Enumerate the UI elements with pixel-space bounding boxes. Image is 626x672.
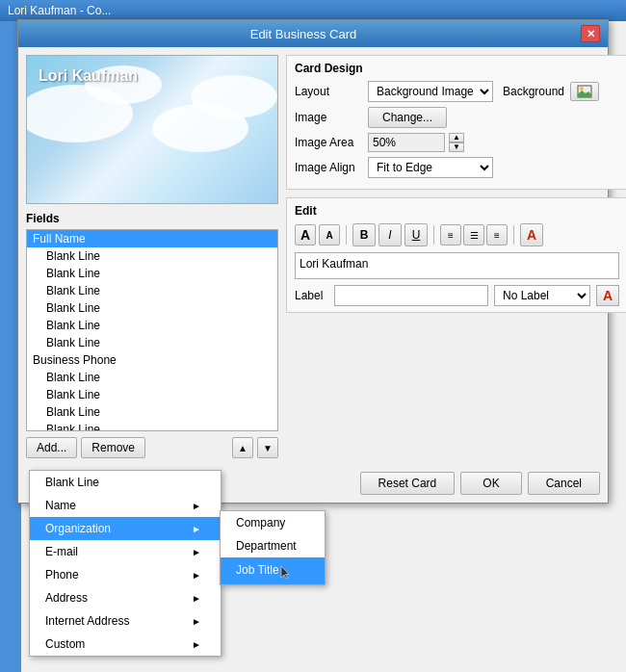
label-input[interactable] xyxy=(334,285,488,306)
card-design-section: Card Design Layout Background Image Text… xyxy=(286,55,626,190)
background-label: Background xyxy=(503,85,564,98)
toolbar-separator-3 xyxy=(513,225,514,245)
card-preview-name: Lori Kaufman xyxy=(39,67,138,85)
image-area-spinner: ▲ ▼ xyxy=(449,133,464,152)
list-item[interactable]: Blank Line xyxy=(27,317,277,334)
add-button[interactable]: Add... xyxy=(26,437,77,458)
change-button[interactable]: Change... xyxy=(368,107,447,128)
label-row: Label No Label Custom Full Name A xyxy=(295,285,619,306)
menu-item-organization[interactable]: Organization ► xyxy=(30,517,221,540)
image-align-select[interactable]: Fit to Edge Stretch Center Tile xyxy=(368,157,493,178)
field-item-business-phone[interactable]: Business Phone xyxy=(27,351,277,369)
menu-item-label: Address xyxy=(45,591,88,605)
label-field-label: Label xyxy=(295,289,328,302)
align-left-button[interactable]: ≡ xyxy=(440,224,461,246)
menu-item-name[interactable]: Name ► xyxy=(30,494,221,517)
ok-button[interactable]: OK xyxy=(460,472,521,495)
submenu-arrow: ► xyxy=(192,524,201,534)
move-down-button[interactable]: ▼ xyxy=(257,437,278,458)
submenu-arrow: ► xyxy=(192,570,201,581)
edit-business-card-dialog: Edit Business Card ✕ Lori Kaufman Fields… xyxy=(17,19,609,504)
menu-item-phone[interactable]: Phone ► xyxy=(30,563,221,586)
menu-item-blank-line[interactable]: Blank Line xyxy=(30,471,221,494)
spin-up-button[interactable]: ▲ xyxy=(449,133,464,142)
menu-item-label: Custom xyxy=(45,637,85,651)
toolbar-separator-1 xyxy=(346,225,347,245)
image-label: Image xyxy=(295,111,362,124)
list-item[interactable]: Blank Line xyxy=(27,403,277,421)
image-align-label: Image Align xyxy=(295,161,362,174)
font-increase-button[interactable]: A xyxy=(295,224,316,246)
menu-item-label: E-mail xyxy=(45,545,78,558)
close-button[interactable]: ✕ xyxy=(581,25,600,42)
list-item[interactable]: Blank Line xyxy=(27,299,277,317)
menu-item-internet-address[interactable]: Internet Address ► xyxy=(30,609,221,633)
image-align-row: Image Align Fit to Edge Stretch Center T… xyxy=(295,157,619,178)
bold-button[interactable]: B xyxy=(352,223,376,246)
image-area-input[interactable] xyxy=(368,133,445,152)
text-color-button[interactable]: A xyxy=(520,223,543,246)
image-area-control: ▲ ▼ xyxy=(368,133,464,152)
edit-section: Edit A A B I U ≡ ☰ ≡ A xyxy=(286,197,626,313)
underline-button[interactable]: U xyxy=(404,223,428,246)
list-item[interactable]: Blank Line xyxy=(27,247,277,265)
menu-item-custom[interactable]: Custom ► xyxy=(30,633,221,656)
edit-title: Edit xyxy=(295,204,619,218)
menu-item-label: Phone xyxy=(45,568,79,582)
organization-submenu: Company Department Job Title xyxy=(220,510,326,585)
image-area-label: Image Area xyxy=(295,136,362,149)
align-right-button[interactable]: ≡ xyxy=(486,224,508,246)
remove-button[interactable]: Remove xyxy=(81,437,145,458)
list-item[interactable]: Blank Line xyxy=(27,421,277,431)
align-buttons: ≡ ☰ ≡ xyxy=(440,224,508,246)
list-item[interactable]: Blank Line xyxy=(27,386,277,403)
italic-button[interactable]: I xyxy=(378,223,402,246)
image-area-row: Image Area ▲ ▼ xyxy=(295,133,619,152)
list-item[interactable]: Blank Line xyxy=(27,282,277,299)
edit-text-area[interactable]: Lori Kaufman xyxy=(295,252,619,279)
cursor-icon xyxy=(279,564,291,582)
submenu-arrow: ► xyxy=(192,616,201,627)
menu-item-address[interactable]: Address ► xyxy=(30,586,221,609)
submenu-item-company[interactable]: Company xyxy=(221,511,325,534)
layout-row: Layout Background Image Text Only Image … xyxy=(295,81,619,102)
label-color-button[interactable]: A xyxy=(596,285,619,306)
align-center-button[interactable]: ☰ xyxy=(463,224,484,246)
background-image-button[interactable] xyxy=(570,82,599,101)
layout-label: Layout xyxy=(295,85,362,98)
app-title: Lori Kaufman - Co... xyxy=(8,4,111,17)
toolbar-separator-2 xyxy=(433,225,434,245)
dialog-body: Lori Kaufman Fields Full Name Blank Line… xyxy=(18,47,608,466)
layout-select[interactable]: Background Image Text Only Image Left Im… xyxy=(368,81,493,102)
dialog-titlebar: Edit Business Card ✕ xyxy=(18,20,608,47)
submenu-arrow: ► xyxy=(192,547,201,557)
menu-item-label: Blank Line xyxy=(45,476,99,489)
card-design-title: Card Design xyxy=(295,62,619,75)
list-item[interactable]: Blank Line xyxy=(27,369,277,386)
no-label-select[interactable]: No Label Custom Full Name xyxy=(494,285,590,306)
submenu-arrow: ► xyxy=(192,593,201,604)
add-context-menu: Blank Line Name ► Organization ► E-mail … xyxy=(29,470,222,657)
edit-text-value: Lori Kaufman xyxy=(300,257,368,271)
right-panel: Card Design Layout Background Image Text… xyxy=(286,55,626,458)
left-panel: Lori Kaufman Fields Full Name Blank Line… xyxy=(26,55,278,458)
cloud-4 xyxy=(191,75,277,118)
image-row: Image Change... xyxy=(295,107,619,128)
fields-buttons: Add... Remove ▲ ▼ xyxy=(26,437,278,458)
move-up-button[interactable]: ▲ xyxy=(232,437,253,458)
list-item[interactable]: Blank Line xyxy=(27,334,277,351)
dialog-title: Edit Business Card xyxy=(26,27,581,41)
fields-list: Full Name Blank Line Blank Line Blank Li… xyxy=(26,229,278,431)
edit-toolbar: A A B I U ≡ ☰ ≡ A xyxy=(295,223,619,246)
font-decrease-button[interactable]: A xyxy=(319,224,340,246)
spin-down-button[interactable]: ▼ xyxy=(449,142,464,152)
menu-item-label: Organization xyxy=(45,522,111,535)
list-item[interactable]: Blank Line xyxy=(27,265,277,282)
submenu-item-department[interactable]: Department xyxy=(221,534,325,557)
menu-item-email[interactable]: E-mail ► xyxy=(30,540,221,563)
field-item-fullname[interactable]: Full Name xyxy=(27,230,277,247)
reset-card-button[interactable]: Reset Card xyxy=(360,472,456,495)
submenu-item-job-title[interactable]: Job Title xyxy=(221,557,325,584)
fields-label: Fields xyxy=(26,212,278,225)
cancel-button[interactable]: Cancel xyxy=(528,472,600,495)
